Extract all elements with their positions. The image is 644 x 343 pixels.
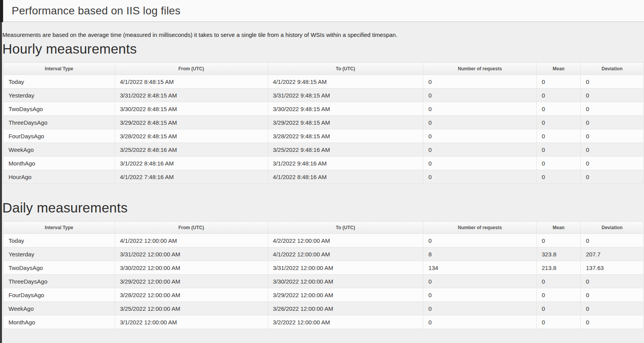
table-cell: 323.8	[536, 247, 581, 261]
table-cell: FourDaysAgo	[3, 288, 115, 302]
table-cell: 0	[581, 157, 644, 170]
table-cell: 0	[423, 102, 537, 116]
table-cell: 0	[536, 302, 581, 315]
table-cell: 0	[581, 143, 644, 157]
table-cell: Yesterday	[3, 247, 115, 261]
table-cell: WeekAgo	[3, 143, 115, 157]
table-cell: 0	[423, 75, 537, 89]
table-cell: 0	[423, 170, 537, 184]
table-cell: 3/25/2022 12:00:00 AM	[115, 302, 268, 315]
daily-measurements-table: Interval TypeFrom (UTC)To (UTC)Number of…	[3, 221, 644, 329]
table-row: Yesterday3/31/2022 12:00:00 AM4/1/2022 1…	[3, 247, 644, 261]
table-cell: 3/30/2022 12:00:00 AM	[268, 275, 423, 288]
column-header: To (UTC)	[268, 221, 423, 234]
table-cell: 3/31/2022 8:48:15 AM	[115, 89, 268, 102]
column-header: Deviation	[581, 221, 644, 234]
table-cell: 0	[536, 75, 581, 89]
table-cell: Yesterday	[3, 89, 115, 102]
table-row: ThreeDaysAgo3/29/2022 8:48:15 AM3/29/202…	[3, 116, 644, 129]
table-cell: 3/28/2022 8:48:15 AM	[115, 129, 268, 143]
table-cell: WeekAgo	[3, 302, 115, 315]
table-cell: 3/31/2022 9:48:15 AM	[268, 89, 423, 102]
table-row: HourAgo4/1/2022 7:48:16 AM4/1/2022 8:48:…	[3, 170, 644, 184]
table-row: FourDaysAgo3/28/2022 12:00:00 AM3/29/202…	[3, 288, 644, 302]
table-cell: 3/29/2022 9:48:15 AM	[268, 116, 423, 129]
table-cell: 213.8	[536, 261, 581, 275]
table-cell: 4/1/2022 8:48:15 AM	[115, 75, 268, 89]
table-cell: Today	[3, 75, 115, 89]
table-cell: 0	[581, 302, 644, 315]
table-cell: TwoDaysAgo	[3, 261, 115, 275]
column-header: To (UTC)	[268, 63, 423, 75]
table-cell: 0	[536, 89, 581, 102]
main-content: Measurements are based on the average ti…	[0, 31, 644, 329]
hourly-measurements-table: Interval TypeFrom (UTC)To (UTC)Number of…	[3, 62, 644, 184]
table-cell: 3/30/2022 12:00:00 AM	[115, 261, 268, 275]
table-cell: 3/25/2022 9:48:16 AM	[268, 143, 423, 157]
table-cell: 0	[581, 315, 644, 329]
table-cell: 3/31/2022 12:00:00 AM	[268, 261, 423, 275]
table-row: FourDaysAgo3/28/2022 8:48:15 AM3/28/2022…	[3, 129, 644, 143]
table-cell: 137.63	[581, 261, 644, 275]
table-cell: 0	[581, 116, 644, 129]
table-cell: ThreeDaysAgo	[3, 275, 115, 288]
table-cell: 8	[423, 247, 537, 261]
table-cell: 0	[423, 234, 537, 247]
table-cell: 0	[423, 315, 537, 329]
column-header: Interval Type	[3, 63, 115, 75]
table-row: ThreeDaysAgo3/29/2022 12:00:00 AM3/30/20…	[3, 275, 644, 288]
table-cell: 0	[423, 275, 537, 288]
table-cell: 0	[536, 170, 581, 184]
table-cell: HourAgo	[3, 170, 115, 184]
table-cell: 134	[423, 261, 537, 275]
column-header: Interval Type	[3, 221, 115, 234]
column-header: Mean	[536, 221, 581, 234]
table-cell: 0	[536, 315, 581, 329]
table-cell: Today	[3, 234, 115, 247]
page-title: Performance based on IIS log files	[0, 0, 644, 17]
page-description: Measurements are based on the average ti…	[2, 31, 643, 38]
table-cell: 3/28/2022 9:48:15 AM	[268, 129, 423, 143]
daily-table-header: Interval TypeFrom (UTC)To (UTC)Number of…	[3, 221, 644, 234]
table-cell: 4/1/2022 12:00:00 AM	[115, 234, 268, 247]
column-header: Number of requests	[423, 63, 537, 75]
table-cell: 3/29/2022 12:00:00 AM	[268, 288, 423, 302]
table-cell: 0	[581, 234, 644, 247]
table-cell: 4/1/2022 12:00:00 AM	[268, 247, 423, 261]
table-cell: TwoDaysAgo	[3, 102, 115, 116]
column-header: From (UTC)	[115, 63, 268, 75]
table-cell: 3/2/2022 12:00:00 AM	[268, 315, 423, 329]
table-cell: 3/1/2022 8:48:16 AM	[115, 157, 268, 170]
table-row: TwoDaysAgo3/30/2022 12:00:00 AM3/31/2022…	[3, 261, 644, 275]
table-cell: 0	[423, 143, 537, 157]
table-cell: 0	[581, 75, 644, 89]
column-header: Deviation	[581, 63, 644, 75]
daily-section-heading: Daily measurements	[2, 200, 643, 216]
table-cell: 4/1/2022 8:48:16 AM	[268, 170, 423, 184]
table-cell: 3/30/2022 9:48:15 AM	[268, 102, 423, 116]
table-cell: 0	[423, 129, 537, 143]
table-cell: 0	[423, 89, 537, 102]
table-header-row: Interval TypeFrom (UTC)To (UTC)Number of…	[3, 63, 644, 75]
table-cell: 4/1/2022 7:48:16 AM	[115, 170, 268, 184]
table-row: WeekAgo3/25/2022 12:00:00 AM3/26/2022 12…	[3, 302, 644, 315]
table-row: Today4/1/2022 8:48:15 AM4/1/2022 9:48:15…	[3, 75, 644, 89]
window-left-edge	[0, 0, 2, 343]
table-cell: 4/2/2022 12:00:00 AM	[268, 234, 423, 247]
table-cell: 0	[581, 275, 644, 288]
table-cell: 0	[581, 288, 644, 302]
table-cell: 3/1/2022 12:00:00 AM	[115, 315, 268, 329]
table-cell: 3/29/2022 8:48:15 AM	[115, 116, 268, 129]
column-header: Mean	[536, 63, 581, 75]
table-row: WeekAgo3/25/2022 8:48:16 AM3/25/2022 9:4…	[3, 143, 644, 157]
table-cell: 3/31/2022 12:00:00 AM	[115, 247, 268, 261]
table-cell: 0	[536, 157, 581, 170]
table-cell: 3/26/2022 12:00:00 AM	[268, 302, 423, 315]
table-row: Today4/1/2022 12:00:00 AM4/2/2022 12:00:…	[3, 234, 644, 247]
table-cell: 0	[536, 129, 581, 143]
table-cell: 0	[423, 302, 537, 315]
table-cell: 3/28/2022 12:00:00 AM	[115, 288, 268, 302]
table-cell: 0	[536, 288, 581, 302]
table-cell: 3/1/2022 9:48:16 AM	[268, 157, 423, 170]
table-row: TwoDaysAgo3/30/2022 8:48:15 AM3/30/2022 …	[3, 102, 644, 116]
